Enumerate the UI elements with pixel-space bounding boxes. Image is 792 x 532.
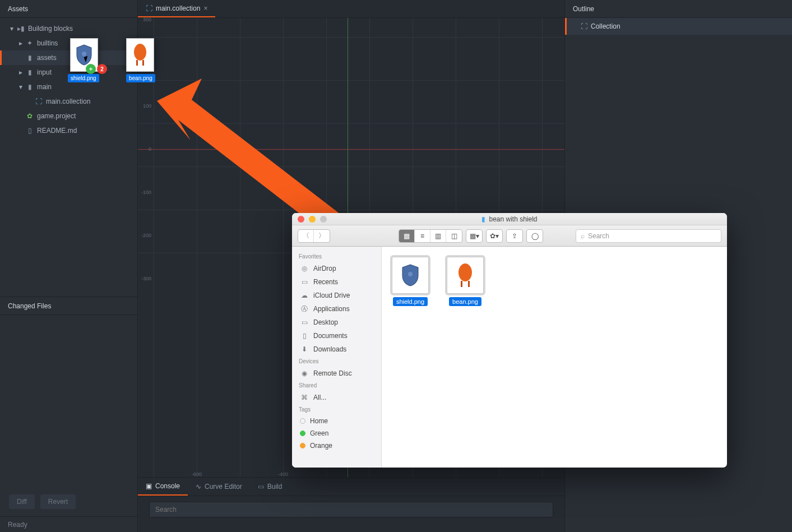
assets-tree: ▾ ▸▮ Building blocks ▸ ✦ builtins ▮ asse… (0, 18, 137, 297)
changed-files-footer: Diff Revert (0, 487, 137, 516)
apps-icon: Ⓐ (300, 304, 309, 313)
sidebar-item-all[interactable]: ⌘All... (292, 391, 381, 404)
tree-readme[interactable]: ▯ README.md (0, 123, 137, 138)
svg-rect-3 (142, 60, 144, 66)
tag-dot-icon (300, 443, 305, 448)
assets-title: Assets (8, 5, 28, 13)
drag-preview: shield.png ＋ 2 (70, 38, 98, 72)
sidebar-item-icloud[interactable]: ☁iCloud Drive (292, 289, 381, 302)
finder-action[interactable]: ✿▾ (486, 229, 503, 243)
group-icon[interactable]: ▦▾ (466, 230, 482, 242)
bean-icon (455, 261, 476, 289)
close-icon[interactable]: × (203, 4, 207, 12)
revert-button[interactable]: Revert (40, 494, 76, 509)
outline-collection[interactable]: ⛶ Collection (565, 18, 792, 35)
tag-icon[interactable]: ◯ (527, 230, 543, 242)
forward-icon[interactable]: 〉 (314, 230, 330, 242)
sidebar-tag-home[interactable]: Home (292, 415, 381, 427)
back-icon[interactable]: 〈 (298, 230, 314, 242)
shield-icon (75, 44, 94, 66)
finder-content[interactable]: shield.png bean.png (382, 247, 727, 468)
minimize-window-icon[interactable] (309, 216, 316, 223)
file-icon: ▯ (25, 127, 35, 135)
tree-builtins[interactable]: ▸ ✦ builtins (0, 36, 137, 50)
file-shield[interactable]: shield.png (392, 257, 429, 306)
airdrop-icon: ◎ (300, 264, 309, 273)
documents-icon: ▯ (300, 331, 309, 340)
sidebar-item-applications[interactable]: ⒶApplications (292, 302, 381, 316)
sidebar-tag-green[interactable]: Green (292, 427, 381, 440)
folder-icon: ▸▮ (16, 25, 26, 33)
finder-tags[interactable]: ◯ (526, 229, 543, 243)
sidebar-item-desktop[interactable]: ▭Desktop (292, 316, 381, 329)
sidebar-item-airdrop[interactable]: ◎AirDrop (292, 262, 381, 275)
search-icon: ⌕ (581, 232, 585, 240)
gear-icon: ✿ (25, 112, 35, 120)
finder-sidebar: Favorites ◎AirDrop ▭Recents ☁iCloud Driv… (292, 247, 382, 468)
window-controls[interactable] (292, 216, 327, 223)
finder-search[interactable]: ⌕ Search (576, 229, 721, 243)
folder-icon: ▮ (25, 83, 35, 91)
drag-shield-label: shield.png (68, 74, 99, 82)
tree-label: main.collection (46, 98, 137, 105)
sb-shared-heading: Shared (292, 380, 381, 391)
sb-favorites-heading: Favorites (292, 251, 381, 262)
tab-curve-editor[interactable]: ∿ Curve Editor (188, 478, 250, 496)
tab-build[interactable]: ▭ Build (250, 478, 290, 496)
status-text: Ready (8, 521, 27, 529)
collection-icon: ⛶ (581, 22, 587, 30)
sb-tags-heading: Tags (292, 404, 381, 415)
tab-label: main.collection (156, 4, 200, 12)
sidebar-item-remote[interactable]: ◉Remote Disc (292, 367, 381, 380)
finder-nav-back-forward[interactable]: 〈 〉 (298, 229, 330, 243)
x-axis (138, 149, 564, 150)
column-view-icon[interactable]: ▥ (430, 230, 446, 242)
folder-icon: ▮ (25, 68, 35, 76)
cloud-icon: ☁ (300, 291, 309, 300)
tree-assets[interactable]: ▮ assets (0, 50, 137, 65)
diff-button[interactable]: Diff (9, 494, 35, 509)
gallery-view-icon[interactable]: ◫ (446, 230, 462, 242)
zoom-window-icon[interactable] (320, 216, 327, 223)
tab-main-collection[interactable]: ⛶ main.collection × (138, 0, 215, 17)
tree-label: game.project (37, 112, 137, 120)
svg-point-6 (458, 263, 472, 281)
list-view-icon[interactable]: ≡ (415, 230, 430, 242)
file-bean[interactable]: bean.png (447, 257, 484, 306)
drag-bean-label: bean.png (126, 74, 155, 82)
gear-icon[interactable]: ✿▾ (487, 230, 502, 242)
svg-rect-8 (468, 281, 470, 287)
file-label: shield.png (393, 297, 428, 306)
tree-game-project[interactable]: ✿ game.project (0, 109, 137, 123)
puzzle-icon: ✦ (25, 39, 35, 47)
sidebar-tag-orange[interactable]: Orange (292, 440, 381, 452)
outline-header: Outline (565, 0, 792, 18)
sidebar-item-recents[interactable]: ▭Recents (292, 275, 381, 289)
finder-share[interactable]: ⇪ (506, 229, 523, 243)
tab-console[interactable]: ▣ Console (138, 478, 188, 496)
tree-building-blocks[interactable]: ▾ ▸▮ Building blocks (0, 21, 137, 36)
ruler-x: -600 -400 (138, 466, 564, 477)
icon-view-icon[interactable]: ▦ (399, 230, 415, 242)
tree-main-collection[interactable]: ⛶ main.collection (0, 94, 137, 109)
status-bar: Ready (0, 516, 137, 532)
finder-title: ▮ bean with shield (292, 215, 727, 223)
collection-icon: ⛶ (146, 4, 152, 12)
bottom-tabs: ▣ Console ∿ Curve Editor ▭ Build (138, 477, 564, 496)
console-icon: ▣ (146, 482, 152, 490)
tree-label: main (37, 83, 137, 91)
finder-window[interactable]: ▮ bean with shield 〈 〉 ▦ ≡ ▥ ◫ ▦▾ ✿▾ ⇪ ◯… (292, 213, 727, 468)
close-window-icon[interactable] (298, 216, 304, 223)
console-search-input[interactable] (149, 502, 553, 517)
finder-arrange[interactable]: ▦▾ (466, 229, 483, 243)
sidebar-item-downloads[interactable]: ⬇Downloads (292, 343, 381, 356)
finder-view-mode[interactable]: ▦ ≡ ▥ ◫ (399, 229, 462, 243)
finder-toolbar: 〈 〉 ▦ ≡ ▥ ◫ ▦▾ ✿▾ ⇪ ◯ ⌕ Search (292, 225, 727, 247)
share-icon[interactable]: ⇪ (507, 230, 522, 242)
finder-titlebar[interactable]: ▮ bean with shield (292, 213, 727, 225)
drag-plus-badge: ＋ (86, 64, 96, 74)
sidebar-item-documents[interactable]: ▯Documents (292, 329, 381, 343)
caret-right-icon: ▸ (17, 68, 25, 76)
changed-files-title: Changed Files (8, 302, 51, 310)
changed-files-panel: Changed Files (0, 297, 137, 487)
